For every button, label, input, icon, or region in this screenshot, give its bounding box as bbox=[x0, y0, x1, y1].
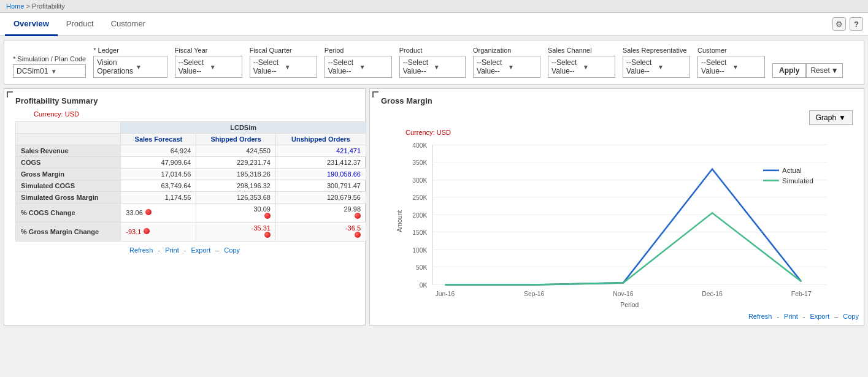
tab-customer[interactable]: Customer bbox=[102, 13, 154, 36]
customer-label: Customer bbox=[697, 47, 765, 54]
simulation-arrow: ▼ bbox=[51, 68, 83, 75]
sales-channel-select[interactable]: --Select Value-- ▼ bbox=[548, 56, 615, 78]
product-select[interactable]: --Select Value-- ▼ bbox=[399, 56, 466, 78]
organization-label: Organization bbox=[473, 47, 540, 54]
tabs-bar: Overview Product Customer ⚙ ? bbox=[0, 13, 868, 36]
simulation-label: * Simulation / Plan Code bbox=[13, 55, 86, 63]
organization-select[interactable]: --Select Value-- ▼ bbox=[473, 56, 540, 78]
gross-margin-title: Gross Margin bbox=[381, 96, 859, 105]
chart-currency-label: Currency: USD bbox=[405, 129, 853, 136]
simulated-line bbox=[445, 213, 802, 284]
svg-text:50K: 50K bbox=[416, 264, 428, 271]
svg-text:100K: 100K bbox=[412, 247, 427, 254]
filter-fiscal-year-group: Fiscal Year --Select Value-- ▼ bbox=[175, 47, 242, 78]
chart-footer: Refresh - Print - Export – Copy bbox=[375, 313, 859, 320]
product-arrow: ▼ bbox=[434, 64, 462, 70]
fiscal-year-arrow: ▼ bbox=[210, 64, 239, 70]
sales-forecast-cell: 17,014.56 bbox=[121, 169, 196, 180]
svg-text:350K: 350K bbox=[412, 159, 427, 166]
ledger-label: * Ledger bbox=[93, 47, 167, 54]
filter-organization-group: Organization --Select Value-- ▼ bbox=[473, 47, 540, 78]
row-label: % COGS Change bbox=[16, 204, 121, 223]
sales-forecast-cell: 33.06 bbox=[121, 204, 196, 223]
profitability-summary-title: Profitability Summary bbox=[15, 96, 360, 105]
unshipped-orders-cell: 300,791.47 bbox=[275, 180, 366, 192]
filter-product-group: Product --Select Value-- ▼ bbox=[399, 47, 466, 78]
svg-text:150K: 150K bbox=[412, 229, 427, 236]
graph-type-button[interactable]: Graph ▼ bbox=[809, 110, 853, 125]
row-label: Sales Revenue bbox=[16, 145, 121, 157]
tab-overview[interactable]: Overview bbox=[5, 13, 58, 36]
tab-product[interactable]: Product bbox=[58, 13, 102, 36]
sales-forecast-cell: 64,924 bbox=[121, 145, 196, 157]
col-unshipped-orders: Unshipped Orders bbox=[275, 134, 366, 145]
sales-channel-label: Sales Channel bbox=[548, 47, 615, 54]
unshipped-orders-cell: 29.98 bbox=[275, 204, 366, 223]
export-link[interactable]: Export bbox=[191, 246, 210, 254]
chart-refresh-link[interactable]: Refresh bbox=[748, 313, 772, 320]
apply-button[interactable]: Apply bbox=[772, 63, 806, 78]
print-link[interactable]: Print bbox=[165, 246, 179, 254]
unshipped-orders-cell: 190,058.66 bbox=[275, 169, 366, 180]
copy-link[interactable]: Copy bbox=[224, 246, 240, 254]
shipped-orders-cell: 195,318.26 bbox=[196, 169, 276, 180]
table-row: Gross Margin17,014.56195,318.26190,058.6… bbox=[16, 169, 366, 180]
simulation-select[interactable]: DCSim01 ▼ bbox=[13, 64, 86, 78]
panel-corner-icon-right bbox=[372, 91, 378, 97]
chart-print-link[interactable]: Print bbox=[784, 313, 798, 320]
table-row: Simulated COGS63,749.64298,196.32300,791… bbox=[16, 180, 366, 192]
refresh-link[interactable]: Refresh bbox=[129, 246, 153, 254]
gross-margin-panel: Gross Margin Graph ▼ Currency: USD bbox=[369, 88, 864, 326]
period-select[interactable]: --Select Value-- ▼ bbox=[325, 56, 392, 78]
table-row: % Gross Margin Change-93.1-35.31-36.5 bbox=[16, 223, 366, 242]
chart-area: Currency: USD 400K 350K 300K bbox=[375, 129, 859, 310]
svg-text:250K: 250K bbox=[412, 194, 427, 201]
unshipped-orders-cell: 421,471 bbox=[275, 145, 366, 157]
chart-export-link[interactable]: Export bbox=[810, 313, 829, 320]
lcdsim-header: LCDSim bbox=[121, 122, 366, 134]
help-icon[interactable]: ? bbox=[850, 17, 863, 31]
filter-sales-rep-group: Sales Representative --Select Value-- ▼ bbox=[623, 47, 690, 78]
svg-text:Feb-17: Feb-17 bbox=[791, 291, 812, 297]
shipped-orders-cell: -35.31 bbox=[196, 223, 276, 242]
sales-forecast-cell: 47,909.64 bbox=[121, 157, 196, 169]
svg-text:Dec-16: Dec-16 bbox=[702, 291, 723, 297]
row-label: % Gross Margin Change bbox=[16, 223, 121, 242]
sales-forecast-cell: 1,174.56 bbox=[121, 192, 196, 204]
breadcrumb: Home > Profitability bbox=[0, 0, 868, 13]
unshipped-orders-cell: 120,679.56 bbox=[275, 192, 366, 204]
svg-text:Amount: Amount bbox=[396, 210, 403, 232]
filter-period-group: Period --Select Value-- ▼ bbox=[325, 47, 392, 78]
sales-channel-arrow: ▼ bbox=[583, 64, 612, 70]
shipped-orders-cell: 229,231.74 bbox=[196, 157, 276, 169]
summary-table: LCDSim Sales Forecast Shipped Orders Uns… bbox=[15, 121, 366, 242]
filter-panel: * Simulation / Plan Code DCSim01 ▼ * Led… bbox=[4, 40, 864, 85]
shipped-orders-cell: 30.09 bbox=[196, 204, 276, 223]
product-label: Product bbox=[399, 47, 466, 54]
filter-fiscal-quarter-group: Fiscal Quarter --Select Value-- ▼ bbox=[250, 47, 317, 78]
svg-text:300K: 300K bbox=[412, 177, 427, 184]
sales-rep-label: Sales Representative bbox=[623, 47, 690, 54]
svg-text:Nov-16: Nov-16 bbox=[613, 291, 634, 297]
ledger-select[interactable]: Vision Operations ▼ bbox=[93, 56, 167, 78]
breadcrumb-home[interactable]: Home bbox=[6, 2, 24, 10]
row-label: Gross Margin bbox=[16, 169, 121, 180]
shipped-orders-cell: 126,353.68 bbox=[196, 192, 276, 204]
table-row: Sales Revenue64,924424,550421,471 bbox=[16, 145, 366, 157]
svg-text:Actual: Actual bbox=[782, 167, 802, 174]
reset-button[interactable]: Reset ▼ bbox=[806, 63, 842, 78]
filter-sales-channel-group: Sales Channel --Select Value-- ▼ bbox=[548, 47, 615, 78]
chart-copy-link[interactable]: Copy bbox=[843, 313, 859, 320]
shipped-orders-cell: 424,550 bbox=[196, 145, 276, 157]
fiscal-quarter-select[interactable]: --Select Value-- ▼ bbox=[250, 56, 317, 78]
period-arrow: ▼ bbox=[359, 64, 388, 70]
sales-rep-arrow: ▼ bbox=[658, 64, 686, 70]
sales-rep-select[interactable]: --Select Value-- ▼ bbox=[623, 56, 690, 78]
fiscal-year-select[interactable]: --Select Value-- ▼ bbox=[175, 56, 242, 78]
settings-icon[interactable]: ⚙ bbox=[832, 17, 846, 31]
content-area: Profitability Summary Currency: USD LCDS… bbox=[4, 88, 864, 326]
row-label: COGS bbox=[16, 157, 121, 169]
customer-select[interactable]: --Select Value-- ▼ bbox=[697, 56, 765, 78]
unshipped-orders-cell: 231,412.37 bbox=[275, 157, 366, 169]
actual-line bbox=[445, 169, 802, 285]
